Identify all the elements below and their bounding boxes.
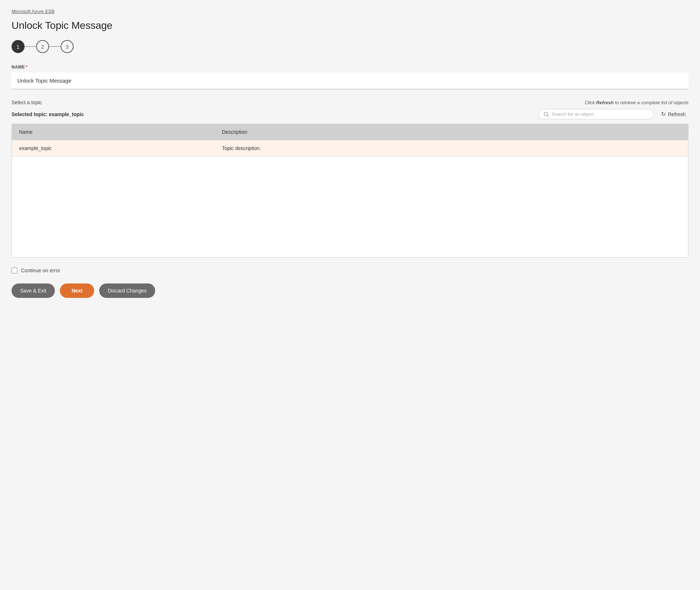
refresh-hint: Click Refresh to retrieve a complete lis…	[585, 100, 688, 105]
table-empty-area	[12, 156, 688, 257]
save-exit-button[interactable]: Save & Exit	[12, 283, 55, 298]
actions-row: Save & Exit Next Discard Changes	[12, 283, 688, 298]
refresh-icon: ↻	[661, 111, 666, 118]
selected-topic-label: Selected topic: example_topic	[12, 111, 84, 117]
search-refresh-group: ↻ Refresh	[538, 109, 688, 119]
topic-controls-row: Selected topic: example_topic ↻ Refresh	[12, 109, 688, 119]
search-input[interactable]	[552, 111, 648, 117]
continue-on-error-label: Continue on error	[21, 268, 60, 273]
step-2[interactable]: 2	[36, 40, 49, 53]
continue-on-error-checkbox[interactable]	[12, 268, 17, 273]
page-title: Unlock Topic Message	[12, 20, 688, 31]
name-input[interactable]	[12, 72, 688, 89]
table-header: Name Description	[12, 124, 688, 140]
step-connector-1	[25, 46, 36, 47]
step-connector-2	[49, 46, 61, 47]
step-3[interactable]: 3	[61, 40, 74, 53]
table-cell-description: Topic description.	[215, 140, 688, 156]
topic-header-row: Select a topic Click Refresh to retrieve…	[12, 100, 688, 105]
discard-changes-button[interactable]: Discard Changes	[99, 283, 155, 298]
table-row[interactable]: example_topic Topic description.	[12, 140, 688, 156]
refresh-button[interactable]: ↻ Refresh	[658, 109, 688, 119]
name-field-label: NAME*	[12, 65, 688, 70]
select-topic-label: Select a topic	[12, 100, 42, 105]
continue-on-error-row: Continue on error	[12, 268, 688, 273]
col-name-header: Name	[12, 124, 215, 140]
data-table: Name Description example_topic Topic des…	[12, 124, 688, 257]
svg-line-1	[547, 115, 548, 116]
step-1[interactable]: 1	[12, 40, 25, 53]
col-desc-header: Description	[215, 124, 688, 140]
topic-section: Select a topic Click Refresh to retrieve…	[12, 100, 688, 257]
breadcrumb[interactable]: Microsoft Azure ESB	[12, 9, 688, 14]
name-field-section: NAME*	[12, 65, 688, 89]
steps-container: 1 2 3	[12, 40, 688, 53]
required-indicator: *	[26, 65, 27, 70]
table-cell-name: example_topic	[12, 140, 215, 156]
search-box	[538, 109, 654, 119]
search-icon	[544, 112, 549, 117]
next-button[interactable]: Next	[60, 283, 94, 298]
